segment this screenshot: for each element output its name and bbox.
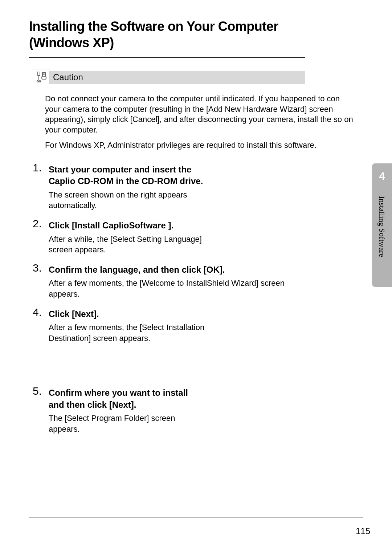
step-item: Click [Install CaplioSoftware ]. After a… — [29, 220, 305, 255]
step-detail: The [Select Program Folder] screen appea… — [49, 413, 205, 434]
step-item: Click [Next]. After a few moments, the [… — [29, 308, 305, 379]
caution-paragraph: For Windows XP, Administrator privileges… — [45, 140, 354, 151]
step-item: Confirm where you want to install and th… — [29, 387, 305, 434]
step-detail: After a few moments, the [Select Install… — [49, 322, 205, 343]
caution-paragraph: Do not connect your camera to the comput… — [45, 94, 354, 135]
svg-point-1 — [39, 81, 41, 82]
page-title: Installing the Software on Your Computer… — [29, 18, 305, 51]
caution-label: Caution — [53, 72, 83, 82]
caution-body: Do not connect your camera to the comput… — [33, 84, 354, 151]
step-detail: After a while, the [Select Setting Langu… — [49, 234, 205, 255]
step-item: Start your computer and insert the Capli… — [29, 164, 305, 211]
step-item: Confirm the language, and then click [OK… — [29, 264, 305, 300]
step-detail: After a few moments, the [Welcome to Ins… — [49, 278, 303, 299]
caution-header: Caution — [33, 71, 305, 84]
chapter-title: Installing Software — [377, 196, 387, 257]
svg-point-2 — [44, 74, 44, 74]
page-number: 115 — [356, 526, 370, 536]
step-heading: Confirm where you want to install and th… — [49, 387, 205, 411]
svg-point-0 — [37, 81, 38, 82]
step-heading: Start your computer and insert the Capli… — [49, 164, 205, 187]
chapter-number: 4 — [372, 163, 392, 190]
title-divider — [29, 57, 305, 58]
step-heading: Click [Next]. — [49, 308, 205, 320]
step-heading: Confirm the language, and then click [OK… — [49, 264, 303, 276]
caution-icon — [32, 69, 49, 84]
step-detail: The screen shown on the right appears au… — [49, 190, 205, 211]
chapter-tab: 4 Installing Software — [372, 163, 392, 287]
caution-box: Caution Do not connect your camera to th… — [33, 71, 305, 151]
footer-divider — [29, 517, 363, 517]
install-steps: Start your computer and insert the Capli… — [29, 164, 305, 435]
step-heading: Click [Install CaplioSoftware ]. — [49, 220, 205, 231]
